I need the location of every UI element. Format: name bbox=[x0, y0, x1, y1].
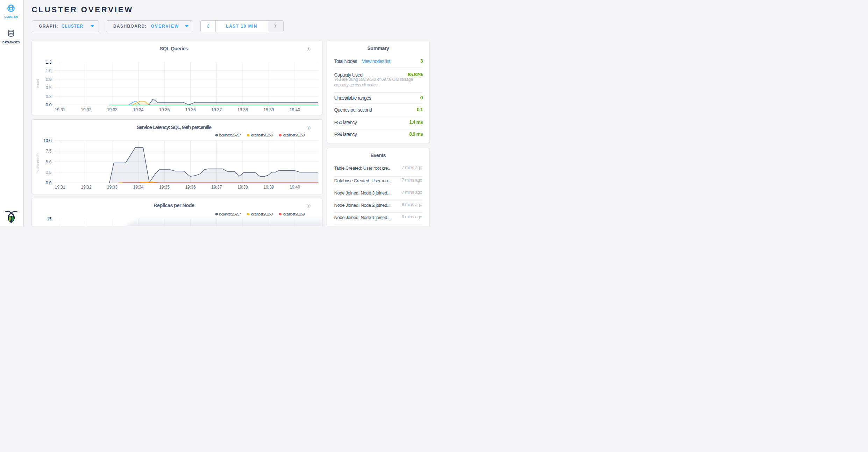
svg-text:5.0: 5.0 bbox=[46, 160, 52, 164]
svg-text:1.0: 1.0 bbox=[46, 68, 52, 73]
svg-text:19:35: 19:35 bbox=[159, 107, 170, 112]
svg-text:19:39: 19:39 bbox=[263, 185, 274, 190]
svg-text:19:35: 19:35 bbox=[159, 185, 170, 190]
svg-text:localhost:26257: localhost:26257 bbox=[219, 212, 241, 216]
svg-text:19:31: 19:31 bbox=[55, 107, 65, 112]
svg-text:10.0: 10.0 bbox=[43, 138, 52, 143]
svg-text:19:31: 19:31 bbox=[55, 185, 65, 190]
svg-text:19:32: 19:32 bbox=[81, 185, 91, 190]
svg-text:19:34: 19:34 bbox=[133, 107, 143, 112]
svg-text:0.3: 0.3 bbox=[46, 94, 52, 99]
svg-text:count: count bbox=[36, 79, 40, 88]
svg-text:19:38: 19:38 bbox=[237, 107, 248, 112]
svg-text:localhost:26258: localhost:26258 bbox=[251, 212, 273, 216]
svg-text:19:36: 19:36 bbox=[185, 107, 196, 112]
svg-text:19:32: 19:32 bbox=[81, 107, 91, 112]
svg-text:1.3: 1.3 bbox=[46, 59, 52, 64]
svg-text:milliseconds: milliseconds bbox=[36, 153, 40, 174]
svg-text:localhost:26259: localhost:26259 bbox=[283, 133, 305, 137]
svg-text:15: 15 bbox=[47, 217, 52, 221]
svg-text:19:33: 19:33 bbox=[107, 185, 118, 190]
svg-text:localhost:26259: localhost:26259 bbox=[283, 212, 305, 216]
svg-text:0.8: 0.8 bbox=[46, 77, 52, 82]
svg-text:19:37: 19:37 bbox=[211, 185, 222, 190]
svg-text:19:38: 19:38 bbox=[237, 185, 248, 190]
svg-text:2.5: 2.5 bbox=[46, 170, 52, 175]
svg-text:19:34: 19:34 bbox=[133, 185, 143, 190]
svg-text:localhost:26257: localhost:26257 bbox=[219, 133, 241, 137]
svg-text:0.0: 0.0 bbox=[46, 181, 52, 185]
svg-text:0.0: 0.0 bbox=[46, 103, 52, 107]
svg-text:19:36: 19:36 bbox=[185, 185, 196, 190]
svg-text:19:37: 19:37 bbox=[211, 107, 222, 112]
svg-text:19:40: 19:40 bbox=[290, 107, 300, 112]
svg-text:19:33: 19:33 bbox=[107, 107, 118, 112]
svg-text:localhost:26258: localhost:26258 bbox=[251, 133, 273, 137]
svg-text:19:39: 19:39 bbox=[263, 107, 274, 112]
svg-text:7.5: 7.5 bbox=[46, 149, 52, 154]
svg-text:19:40: 19:40 bbox=[290, 185, 300, 190]
svg-text:0.5: 0.5 bbox=[46, 85, 52, 90]
